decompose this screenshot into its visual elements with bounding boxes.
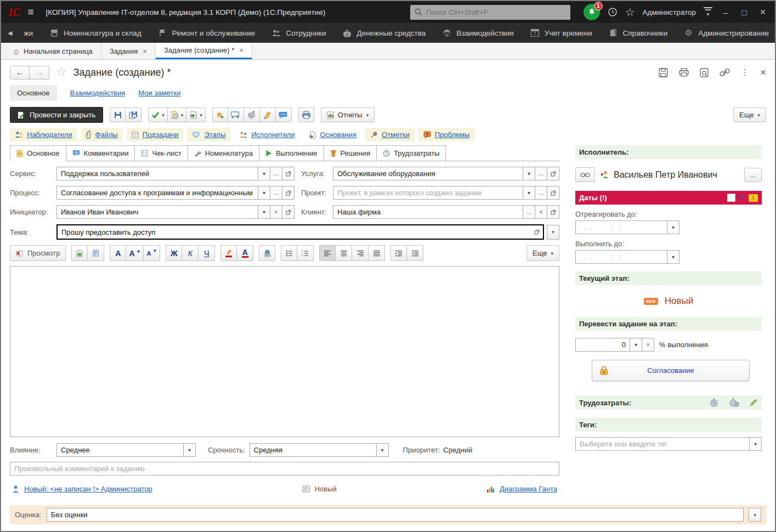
labor-edit-pencil-icon[interactable] — [749, 398, 758, 407]
cmd-problems[interactable]: Проблемы — [418, 128, 475, 142]
paste-button[interactable] — [71, 245, 88, 261]
navlink-interactions[interactable]: Взаимодействия — [70, 89, 126, 97]
align-justify-button[interactable] — [369, 245, 385, 261]
tab-nomenclature[interactable]: Номенклатура — [188, 145, 259, 161]
comment-input[interactable] — [10, 462, 559, 475]
urgency-select[interactable] — [250, 444, 376, 456]
menubar-item-repair[interactable]: Ремонт и обслуживание — [150, 23, 264, 43]
global-search-input[interactable]: Поиск Ctrl+Shift+F — [410, 5, 570, 20]
tags-input[interactable] — [576, 438, 749, 450]
executor-choose-button[interactable]: ... — [744, 168, 762, 182]
initiator-dropdown-icon[interactable]: ▾ — [258, 205, 270, 219]
dates-info-icon[interactable]: i — [749, 194, 758, 202]
print-icon[interactable] — [679, 68, 689, 77]
process-dropdown-icon[interactable]: ▾ — [258, 186, 270, 200]
service-settings-icon[interactable]: ▾ — [704, 7, 712, 17]
bold-button[interactable]: Ж — [166, 245, 182, 261]
cmd-stages[interactable]: Этапы — [187, 128, 230, 142]
editor-more-button[interactable]: Еще ▾ — [526, 245, 559, 261]
do-until-input[interactable] — [576, 251, 667, 263]
tab-comments[interactable]: Комментарии — [66, 145, 135, 161]
service-dropdown-icon[interactable]: ▾ — [258, 167, 270, 180]
complete-task-button[interactable]: ▾ — [148, 107, 168, 122]
preview-icon[interactable] — [700, 68, 709, 77]
save-and-close-button[interactable] — [126, 107, 141, 122]
close-window-button[interactable]: × — [757, 7, 768, 18]
reports-button[interactable]: Отчеты ▾ — [321, 107, 375, 122]
percent-clear-icon[interactable]: × — [642, 338, 654, 352]
more-button[interactable]: Еще ▾ — [733, 107, 766, 122]
rating-dropdown-button[interactable]: ▾ — [749, 508, 761, 522]
highlight-button[interactable] — [260, 107, 276, 122]
add-comment-button[interactable] — [228, 107, 244, 122]
favorite-star-icon[interactable]: ☆ — [56, 65, 67, 80]
menubar-item-money[interactable]: s Денежные средства — [335, 23, 434, 43]
initiator-open-icon[interactable] — [282, 205, 294, 219]
italic-button[interactable]: К — [182, 245, 199, 261]
save-button[interactable] — [110, 107, 126, 122]
dates-checkbox[interactable] — [727, 194, 735, 202]
project-open-icon[interactable] — [547, 186, 559, 200]
add-favorite-button[interactable] — [212, 107, 228, 122]
do-until-calendar-icon[interactable]: ▾ — [667, 250, 679, 264]
minimize-button[interactable]: – — [720, 8, 731, 17]
chat-button[interactable] — [276, 107, 292, 122]
labor-timer-save-icon[interactable] — [729, 398, 739, 407]
tab-task-create[interactable]: Задание (создание) * × — [156, 43, 252, 59]
font-button[interactable]: A — [110, 245, 126, 261]
close-form-icon[interactable]: × — [760, 66, 766, 78]
font-color-button[interactable]: A — [237, 245, 253, 261]
client-input[interactable] — [333, 206, 523, 218]
notifications-bell-button[interactable]: 1 — [584, 4, 600, 20]
close-tab-icon[interactable]: × — [239, 46, 243, 54]
usluga-choose-button[interactable]: … — [535, 167, 547, 180]
history-icon[interactable] — [608, 7, 618, 17]
back-button[interactable]: ← — [10, 66, 30, 80]
urgency-dropdown-icon[interactable]: ▾ — [377, 443, 389, 457]
align-left-button[interactable] — [319, 245, 336, 261]
tab-tasks[interactable]: Задания × — [101, 43, 156, 59]
project-choose-button[interactable]: … — [535, 186, 547, 200]
influence-select[interactable] — [57, 444, 183, 456]
menubar-item-reference[interactable]: Справочники — [600, 23, 676, 43]
cmd-grounds[interactable]: Основания — [304, 128, 362, 142]
menubar-item-time[interactable]: 7 Учет времени — [522, 23, 601, 43]
client-choose-button[interactable]: … — [523, 205, 535, 219]
font-increase-button[interactable]: A▲ — [126, 245, 144, 261]
cmd-subtasks[interactable]: Подзадачи — [127, 128, 184, 142]
tab-decisions[interactable]: Решения — [324, 145, 377, 161]
client-clear-icon[interactable]: × — [535, 205, 547, 219]
client-open-icon[interactable] — [547, 205, 559, 219]
process-input[interactable] — [57, 186, 258, 199]
executor-name[interactable]: Васильев Петр Иванович — [601, 170, 739, 180]
menubar-item-admin[interactable]: ⚙ Администрирование — [676, 23, 776, 43]
bullet-list-button[interactable] — [281, 245, 297, 261]
save-icon[interactable] — [659, 68, 668, 77]
rating-input[interactable] — [47, 508, 743, 521]
percent-input[interactable] — [576, 338, 630, 351]
approve-stage-button[interactable]: Согласование — [592, 360, 750, 381]
initiator-clear-icon[interactable]: × — [270, 205, 282, 219]
process-open-icon[interactable] — [282, 186, 294, 200]
subject-open-icon[interactable] — [531, 225, 543, 239]
indent-decrease-button[interactable] — [407, 245, 423, 261]
process-choose-button[interactable]: … — [270, 186, 282, 200]
create-based-on-button[interactable]: ▾ — [186, 107, 206, 122]
align-right-button[interactable] — [352, 245, 369, 261]
cmd-observers[interactable]: Наблюдатели — [10, 128, 77, 142]
service-input[interactable] — [57, 167, 258, 180]
tab-execution[interactable]: Выполнение — [259, 145, 324, 161]
menu-scroll-left-icon[interactable]: ◀ — [4, 30, 15, 37]
tab-labor[interactable]: Трудозатраты — [377, 145, 446, 161]
forward-button[interactable]: → — [30, 66, 49, 80]
indent-increase-button[interactable] — [390, 245, 407, 261]
mailbox-button[interactable] — [244, 107, 260, 122]
description-textarea[interactable] — [10, 266, 559, 437]
cmd-marks[interactable]: Отметки — [365, 128, 415, 142]
format-doc-button[interactable] — [88, 245, 104, 261]
react-until-calendar-icon[interactable]: ▾ — [667, 220, 679, 234]
highlight-color-button[interactable] — [220, 245, 237, 261]
print-button[interactable] — [298, 107, 314, 122]
close-tab-icon[interactable]: × — [143, 47, 147, 55]
menubar-item-warehouse[interactable]: Номенклатура и склад — [41, 23, 150, 43]
